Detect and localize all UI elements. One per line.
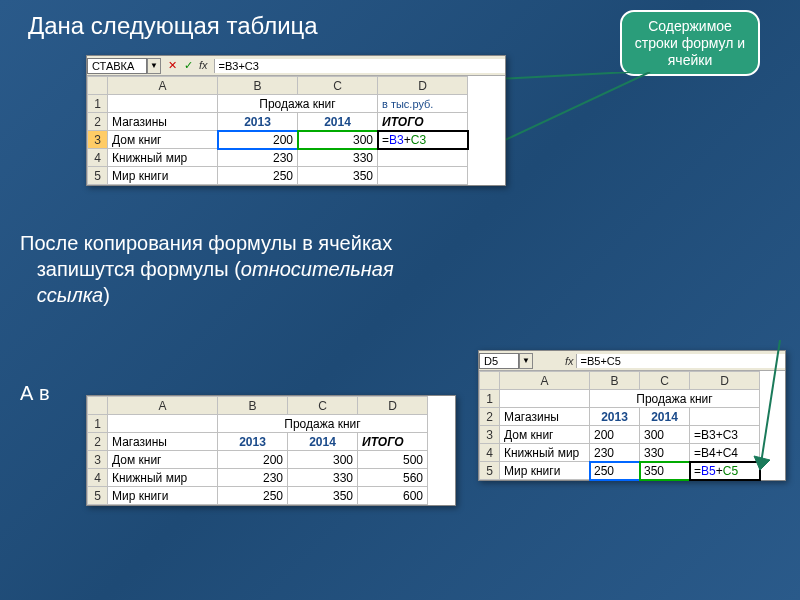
col-header[interactable]: A <box>500 372 590 390</box>
name-box-dropdown-icon[interactable]: ▼ <box>147 58 161 74</box>
cell[interactable] <box>108 95 218 113</box>
cell[interactable]: 250 <box>218 487 288 505</box>
cell[interactable]: 600 <box>358 487 428 505</box>
row-header[interactable]: 1 <box>88 95 108 113</box>
row-header[interactable]: 3 <box>88 451 108 469</box>
cell[interactable]: Дом книг <box>500 426 590 444</box>
cell[interactable]: Дом книг <box>108 131 218 149</box>
cell[interactable]: 500 <box>358 451 428 469</box>
name-box-dropdown-icon[interactable]: ▼ <box>519 353 533 369</box>
cell[interactable] <box>108 415 218 433</box>
row-header[interactable]: 4 <box>88 469 108 487</box>
cell[interactable]: 2014 <box>298 113 378 131</box>
cell[interactable]: ИТОГО <box>378 113 468 131</box>
cell[interactable]: Магазины <box>108 433 218 451</box>
unit-label: в тыс.руб. <box>382 98 433 110</box>
cell[interactable]: Книжный мир <box>500 444 590 462</box>
col-header[interactable]: C <box>640 372 690 390</box>
cell[interactable] <box>378 167 468 185</box>
col-header[interactable]: C <box>298 77 378 95</box>
corner-cell[interactable] <box>480 372 500 390</box>
col-header[interactable]: A <box>108 397 218 415</box>
grid-1: A B C D 1 Продажа книг в тыс.руб. 2 Мага… <box>87 76 468 185</box>
svg-line-4 <box>760 340 780 470</box>
row-header[interactable]: 2 <box>88 113 108 131</box>
cell[interactable]: Магазины <box>500 408 590 426</box>
cell[interactable]: Книжный мир <box>108 149 218 167</box>
cell[interactable]: 230 <box>218 149 298 167</box>
cell[interactable] <box>378 149 468 167</box>
cell-d3-editing[interactable]: =B3+C3 <box>378 131 468 149</box>
cell[interactable]: 200 <box>218 451 288 469</box>
enter-icon[interactable]: ✓ <box>181 59 195 73</box>
svg-line-2 <box>490 72 650 147</box>
cell[interactable]: в тыс.руб. <box>378 95 468 113</box>
cell[interactable]: Дом книг <box>108 451 218 469</box>
cell-title[interactable]: Продажа книг <box>218 415 428 433</box>
cell[interactable]: Мир книги <box>108 487 218 505</box>
cell-b5[interactable]: 250 <box>590 462 640 480</box>
col-header[interactable]: C <box>288 397 358 415</box>
cell[interactable]: 330 <box>640 444 690 462</box>
cell[interactable]: 2014 <box>288 433 358 451</box>
cell[interactable]: Мир книги <box>500 462 590 480</box>
cell[interactable]: Мир книги <box>108 167 218 185</box>
arrow-to-cell <box>480 72 680 162</box>
cell[interactable]: ИТОГО <box>358 433 428 451</box>
row-header[interactable]: 5 <box>88 487 108 505</box>
name-box[interactable]: СТАВКА <box>87 58 147 74</box>
row-header[interactable]: 3 <box>480 426 500 444</box>
cell-c5[interactable]: 350 <box>640 462 690 480</box>
cell[interactable]: 2013 <box>218 433 288 451</box>
cancel-icon[interactable]: ✕ <box>165 59 179 73</box>
row-header[interactable]: 5 <box>480 462 500 480</box>
cell[interactable]: 330 <box>288 469 358 487</box>
col-header[interactable]: B <box>590 372 640 390</box>
row-header[interactable]: 2 <box>480 408 500 426</box>
cell-title[interactable]: Продажа книг <box>218 95 378 113</box>
row-header[interactable]: 4 <box>480 444 500 462</box>
cell[interactable]: 2013 <box>218 113 298 131</box>
row-header[interactable]: 2 <box>88 433 108 451</box>
corner-cell[interactable] <box>88 397 108 415</box>
cell[interactable]: Книжный мир <box>108 469 218 487</box>
cell[interactable]: 350 <box>298 167 378 185</box>
col-header[interactable]: B <box>218 77 298 95</box>
cell[interactable]: 230 <box>218 469 288 487</box>
col-header[interactable]: D <box>378 77 468 95</box>
fx-icon[interactable]: fx <box>197 59 210 73</box>
cell[interactable]: 560 <box>358 469 428 487</box>
row-header[interactable]: 1 <box>480 390 500 408</box>
cell[interactable]: 300 <box>640 426 690 444</box>
col-header[interactable]: B <box>218 397 288 415</box>
name-box[interactable]: D5 <box>479 353 519 369</box>
cell[interactable]: 200 <box>590 426 640 444</box>
grid-3: A B C D 1 Продажа книг 2 Магазины 2013 2… <box>479 371 760 480</box>
cell-c3[interactable]: 300 <box>298 131 378 149</box>
cell[interactable]: 230 <box>590 444 640 462</box>
col-header[interactable]: A <box>108 77 218 95</box>
body-text-2: А в <box>20 380 50 406</box>
row-header[interactable]: 1 <box>88 415 108 433</box>
cell[interactable]: 2013 <box>590 408 640 426</box>
cell[interactable]: 250 <box>218 167 298 185</box>
excel-table-2: A B C D 1 Продажа книг 2 Магазины 2013 2… <box>86 395 456 506</box>
col-header[interactable]: D <box>358 397 428 415</box>
cell[interactable]: 330 <box>298 149 378 167</box>
cell[interactable]: 300 <box>288 451 358 469</box>
row-header[interactable]: 4 <box>88 149 108 167</box>
cell[interactable]: 2014 <box>640 408 690 426</box>
fx-icon[interactable]: fx <box>563 355 576 367</box>
cell[interactable] <box>500 390 590 408</box>
cell[interactable]: 350 <box>288 487 358 505</box>
cell[interactable]: Магазины <box>108 113 218 131</box>
row-header[interactable]: 3 <box>88 131 108 149</box>
formula-bar-1: СТАВКА ▼ ✕ ✓ fx =B3+C3 <box>87 56 505 76</box>
cell-title[interactable]: Продажа книг <box>590 390 760 408</box>
formula-input[interactable]: =B3+C3 <box>214 59 505 73</box>
year-label: 2014 <box>324 115 351 129</box>
body-text-1: После копирования формулы в ячейках запи… <box>20 230 580 308</box>
corner-cell[interactable] <box>88 77 108 95</box>
row-header[interactable]: 5 <box>88 167 108 185</box>
cell-b3[interactable]: 200 <box>218 131 298 149</box>
